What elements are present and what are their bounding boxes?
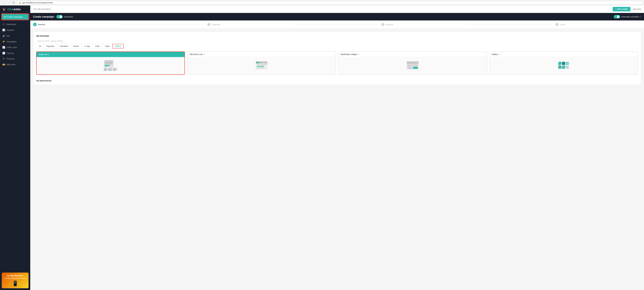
native-ad-illustration — [103, 60, 118, 72]
svg-rect-18 — [257, 66, 264, 67]
step-4-circle: 4 — [555, 23, 559, 26]
step-line-1 — [120, 24, 206, 25]
tab-banner[interactable]: Banner — [70, 44, 82, 48]
forward-button[interactable]: → — [7, 1, 11, 5]
tab-direct-link-info-icon[interactable]: ℹ — [204, 53, 205, 55]
sidebar-item-statistics[interactable]: 📊 Statistics — [0, 27, 30, 33]
advanced-label: Advanced — [64, 15, 73, 18]
svg-rect-19 — [257, 67, 265, 68]
dashboard-label: Dashboard — [6, 23, 16, 25]
svg-rect-1 — [105, 61, 113, 64]
create-campaign-button[interactable]: ⊕ Create campaign — [2, 14, 28, 20]
ad-formats-title: Ad formats — [36, 34, 638, 37]
tab-direct-link-label: Tab-direct Link — [190, 53, 203, 55]
step-general[interactable]: 1 General — [33, 23, 119, 26]
sidebar-logo: 🦅 ClickAdilla — [0, 5, 30, 13]
gallery-card[interactable]: Gallery ℹ — [489, 51, 638, 75]
banner-title: In-App Banners — [4, 274, 27, 277]
notification-widget-info-icon[interactable]: ℹ — [358, 53, 359, 55]
sidebar-item-campaigns[interactable]: ⚡ Campaigns — [0, 39, 30, 44]
tracking-label: Tracking — [6, 52, 14, 54]
tab-all[interactable]: All — [36, 44, 44, 48]
logo-text: ClickAdilla — [7, 8, 20, 11]
url-text: app.clickadilla.com/campaigns/create — [22, 1, 53, 4]
sidebar-item-ads[interactable]: 🔊 Ads — [0, 33, 30, 39]
ad-placements-title: Ad placements — [36, 78, 638, 82]
svg-rect-28 — [566, 62, 569, 65]
notification-widget-label: Notification widget — [340, 53, 357, 55]
main-content: UTC: 08.10 12:45:02 + ADD FUNDS Spent th… — [30, 5, 644, 290]
sidebar-item-tracking[interactable]: 📉 Tracking — [0, 50, 30, 56]
sidebar-item-traffic-chart[interactable]: 📈 Traffic chart — [0, 44, 30, 50]
statistics-label: Statistics — [6, 29, 14, 31]
sidebar-item-finances[interactable]: $ Finances — [0, 56, 30, 62]
notification-widget-card[interactable]: Notification widget ℹ — [338, 51, 487, 75]
campaigns-label: Campaigns — [6, 40, 16, 43]
step-targeting[interactable]: 2 Targeting — [207, 23, 293, 26]
native-ad-label: Native Ad — [39, 53, 47, 56]
svg-rect-27 — [562, 62, 565, 65]
add-funds-icon: 💳 — [2, 63, 5, 66]
svg-rect-21 — [407, 61, 418, 64]
step-2-circle: 2 — [207, 23, 210, 26]
advanced-toggle[interactable] — [56, 15, 63, 18]
native-ad-card[interactable]: Native Ad ℹ — [36, 51, 185, 75]
step-4-label: Limits — [560, 23, 565, 26]
utc-time: UTC: 08.10 12:45:02 — [33, 8, 50, 10]
dashboard-icon: ⊙ — [2, 23, 5, 26]
tab-direct-link-header: Tab-direct Link ℹ — [188, 52, 336, 57]
statistics-icon: 📊 — [2, 29, 5, 31]
campaigns-icon: ⚡ — [2, 40, 5, 43]
tab-direct-link-card-body — [188, 57, 336, 74]
add-funds-button[interactable]: + ADD FUNDS — [613, 7, 630, 11]
svg-rect-6 — [104, 70, 106, 70]
spent-text: Spent this — [633, 8, 641, 10]
step-line-2 — [294, 24, 380, 25]
svg-rect-17 — [257, 64, 266, 65]
svg-rect-24 — [408, 67, 412, 69]
sidebar-nav: ⊙ Dashboard 📊 Statistics 🔊 Ads ⚡ Campaig… — [0, 21, 30, 271]
tab-popunder[interactable]: Popunder — [44, 44, 57, 48]
auto-activation-group: Automatic activation ℹ — [614, 15, 641, 18]
browser-bar: ← → ↻ 🔒 app.clickadilla.com/campaigns/cr… — [0, 0, 644, 5]
step-1-circle: 1 — [33, 23, 36, 26]
address-bar[interactable]: 🔒 app.clickadilla.com/campaigns/create — [17, 1, 642, 4]
auto-activation-info-icon[interactable]: ℹ — [640, 15, 641, 18]
gallery-label: Gallery — [492, 53, 498, 55]
svg-rect-31 — [566, 65, 569, 69]
format-tabs: All Popunder Interstitial Banner In-App … — [36, 44, 124, 48]
back-button[interactable]: ← — [2, 1, 6, 5]
tab-push[interactable]: Push — [93, 44, 102, 48]
logo-adilla: Adilla — [14, 8, 20, 11]
svg-rect-25 — [413, 67, 418, 69]
tab-video[interactable]: Video — [102, 44, 112, 48]
tab-in-app[interactable]: In-App — [82, 44, 93, 48]
step-limits[interactable]: 4 Limits — [555, 23, 641, 26]
reload-button[interactable]: ↻ — [12, 1, 16, 5]
native-ad-card-body — [36, 57, 184, 74]
tab-interstitial[interactable]: Interstitial — [57, 44, 71, 48]
gallery-info-icon[interactable]: ℹ — [500, 53, 500, 55]
logo-click: Click — [7, 8, 14, 11]
sidebar: 🦅 ClickAdilla ⊕ Create campaign ⊙ Dashbo… — [0, 5, 30, 290]
finances-label: Finances — [6, 58, 14, 60]
native-ad-info-icon[interactable]: ℹ — [48, 53, 49, 56]
step-sources[interactable]: 3 Sources — [381, 23, 467, 26]
svg-rect-12 — [113, 70, 115, 70]
ads-label: Ads — [6, 35, 10, 37]
group-sorting-label: (group sorting) — [51, 40, 63, 42]
svg-rect-8 — [109, 68, 112, 70]
page-header: Create campaign Advanced Automatic activ… — [30, 13, 644, 20]
notification-widget-card-body — [338, 57, 487, 74]
sidebar-item-dashboard[interactable]: ⊙ Dashboard — [0, 21, 30, 27]
tab-others[interactable]: Others — [112, 44, 124, 48]
sidebar-banner: In-App Banners Get More Mainstream traff… — [2, 273, 28, 288]
top-bar-right: + ADD FUNDS Spent this — [613, 7, 641, 11]
choose-format-text: Choose format — [37, 40, 49, 42]
page-header-right: Automatic activation ℹ — [614, 15, 641, 18]
auto-activation-toggle[interactable] — [614, 15, 620, 18]
sidebar-item-add-funds[interactable]: 💳 Add funds — [0, 62, 30, 67]
step-3-label: Sources — [386, 23, 393, 26]
lock-icon: 🔒 — [19, 2, 21, 4]
tab-direct-link-card[interactable]: Tab-direct Link ℹ — [187, 51, 336, 75]
